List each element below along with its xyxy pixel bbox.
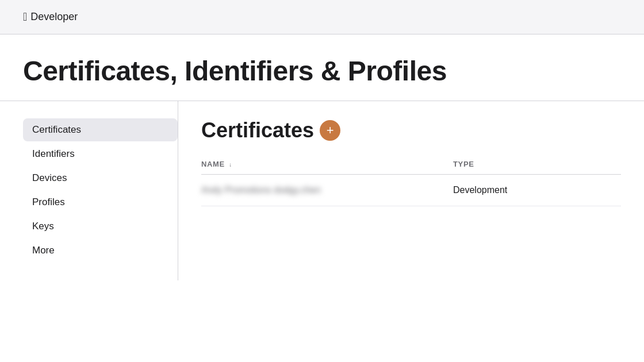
cell-name: Andy Promotions dodgy.chen <box>201 175 453 206</box>
main-layout: CertificatesIdentifiersDevicesProfilesKe… <box>0 101 644 280</box>
page-title: Certificates, Identifiers & Profiles <box>23 55 621 87</box>
sidebar-item-identifiers[interactable]: Identifiers <box>23 143 178 165</box>
sidebar-item-profiles[interactable]: Profiles <box>23 191 178 214</box>
sidebar-item-keys[interactable]: Keys <box>23 215 178 238</box>
table-header-row: NAME ↓ TYPE <box>201 154 621 175</box>
content-area: Certificates + NAME ↓ TYPE <box>178 101 644 280</box>
certificates-table: NAME ↓ TYPE Andy Promotions dodgy.chen D… <box>201 154 621 206</box>
sort-icon: ↓ <box>229 161 232 168</box>
sidebar-item-certificates[interactable]: Certificates <box>23 118 178 141</box>
add-certificate-button[interactable]: + <box>320 120 340 141</box>
certificate-name: Andy Promotions dodgy.chen <box>201 185 321 195</box>
top-nav:  Developer <box>0 0 644 34</box>
column-type-label: TYPE <box>453 160 474 168</box>
table-header: NAME ↓ TYPE <box>201 154 621 175</box>
table-body: Andy Promotions dodgy.chen Development <box>201 175 621 206</box>
sidebar: CertificatesIdentifiersDevicesProfilesKe… <box>0 101 178 280</box>
content-title-row: Certificates + <box>201 118 621 143</box>
table-row: Andy Promotions dodgy.chen Development <box>201 175 621 206</box>
page-header: Certificates, Identifiers & Profiles <box>0 34 644 101</box>
cell-type: Development <box>453 175 621 206</box>
sidebar-item-devices[interactable]: Devices <box>23 167 178 190</box>
sidebar-item-more[interactable]: More <box>23 239 178 262</box>
column-header-name[interactable]: NAME ↓ <box>201 154 453 175</box>
column-header-type: TYPE <box>453 154 621 175</box>
apple-logo-icon:  <box>23 10 27 24</box>
nav-brand-label: Developer <box>30 11 78 23</box>
column-name-label: NAME <box>201 160 225 168</box>
section-title: Certificates <box>201 118 314 143</box>
